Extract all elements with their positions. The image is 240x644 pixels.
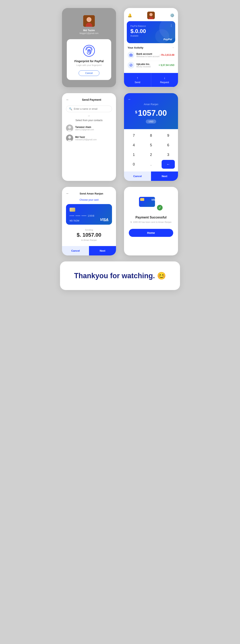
success-description: $. 1000.00 has been sent to Aman Ranjan [130, 221, 172, 223]
uplabs-desc: Money received [136, 66, 159, 68]
choose-back-button[interactable]: ← [66, 192, 69, 195]
keypad-row-1: 7 8 9 [127, 131, 175, 140]
thankyou-section: Thankyou for watching. 😊 [60, 262, 180, 290]
success-title: Payment Successful [135, 216, 167, 219]
fingerprint-title: Fingerprint for PayPal [74, 60, 104, 63]
fingerprint-subtitle: Login with your fingerprint [76, 64, 102, 66]
thankyou-text: Thankyou for watching. 😊 [68, 272, 172, 280]
visa-logo: VISA [100, 218, 108, 222]
payment-success-screen: VISA ✓ Payment Successful $. 1000.00 has… [124, 187, 178, 256]
balance-card: ⋮ PayPal Balance $.0.00 Available PayPal [127, 21, 175, 43]
key-1[interactable]: 1 [127, 150, 140, 159]
visa-card: •••• •••• •••• 1998 MD-TAZIM 14/19 VISA [66, 204, 112, 225]
uplabs-activity-info: UpLabs Inc. Money received [136, 63, 159, 68]
svg-rect-10 [131, 55, 132, 56]
contact-email-2: mdvasir120@gmail.com [75, 138, 97, 141]
svg-point-16 [68, 136, 71, 139]
contact-item-1[interactable]: Tanweer Alam alam123@gmail.com [66, 124, 112, 132]
key-5[interactable]: 5 [144, 141, 158, 150]
fingerprint-dialog: Fingerprint for PayPal Login with your f… [67, 39, 111, 80]
send-button[interactable]: ↑ Send [124, 73, 151, 87]
contact-email-1: alam123@gmail.com [75, 128, 94, 131]
paypal-balance-screen: 🔔 ⚙️ ⋮ PayPal Balance $.0.00 Available P… [124, 8, 178, 87]
activity-item: Bank account Withdraw to bank account - … [128, 52, 174, 58]
contact-info-1: Tanweer Alam alam123@gmail.com [75, 126, 94, 131]
choose-card-label: Choose your card [66, 198, 112, 201]
fingerprint-cancel-button[interactable]: Cancel [79, 70, 99, 76]
key-8[interactable]: 8 [144, 131, 158, 140]
key-9[interactable]: 9 [162, 131, 175, 140]
search-icon: 🔍 [69, 107, 72, 110]
key-dot[interactable]: . [144, 160, 158, 169]
amount-entry-screen: ← Aman Ranjan $ 1057.00 USD 7 8 9 4 5 6 [124, 93, 178, 181]
svg-point-13 [68, 126, 71, 129]
sending-amount: $. 1057.00 [66, 232, 112, 238]
amount-cancel-button[interactable]: Cancel [124, 172, 151, 181]
activity-title: Your Activity [128, 46, 143, 49]
paypal-header: 🔔 ⚙️ [124, 8, 178, 21]
amount-recipient: Aman Ranjan [128, 103, 174, 106]
key-6[interactable]: 6 [162, 141, 175, 150]
paypal-footer: ↑ Send ↓ Request [124, 73, 178, 87]
row-2: ← Send Payment 🔍 or Select from your con… [10, 93, 230, 181]
or-divider: or [66, 114, 112, 117]
success-card-chip [140, 198, 144, 201]
svg-point-3 [87, 18, 91, 22]
request-icon: ↓ [164, 76, 165, 80]
choose-card-screen: ← Send Aman Ranjan Choose your card ••••… [62, 187, 116, 256]
fingerprint-screen: Md Tazim blogger1@gmail.com Fingerprint … [62, 8, 116, 87]
key-7[interactable]: 7 [127, 131, 140, 140]
activity-arrow[interactable]: → [172, 46, 174, 49]
send-payment-screen: ← Send Payment 🔍 or Select from your con… [62, 93, 116, 181]
contact-info-2: Md Yasir mdvasir120@gmail.com [75, 136, 97, 141]
contact-item-2[interactable]: Md Yasir mdvasir120@gmail.com [66, 134, 112, 142]
card-holder: MD-TAZIM [70, 220, 79, 222]
choose-next-button[interactable]: Next [89, 246, 116, 256]
activity-header: Your Activity → [128, 46, 174, 49]
fingerprint-icon [83, 45, 95, 57]
send-icon: ↑ [137, 76, 138, 80]
card-chip [70, 208, 75, 212]
row-3: ← Send Aman Ranjan Choose your card ••••… [10, 187, 230, 256]
thankyou-emoji: 😊 [157, 272, 166, 280]
key-4[interactable]: 4 [127, 141, 140, 150]
choose-header: ← Send Aman Ranjan [66, 192, 112, 195]
search-field[interactable]: 🔍 [66, 106, 112, 112]
send-label: Send [135, 81, 140, 84]
request-button[interactable]: ↓ Request [151, 73, 178, 87]
success-check-icon: ✓ [157, 204, 163, 211]
header-avatar [147, 12, 155, 19]
currency-badge[interactable]: USD [146, 120, 156, 124]
search-input[interactable] [74, 108, 109, 110]
choose-title: Send Aman Ranjan [71, 192, 112, 195]
key-2[interactable]: 2 [144, 150, 158, 159]
bank-amount: - Rs.3,613.68 [160, 54, 174, 56]
activity-section: Your Activity → Bank account Withdraw to… [124, 43, 178, 71]
contact-avatar-2 [66, 134, 73, 142]
sending-to: to Aman Ranjan [66, 239, 112, 241]
home-button[interactable]: Home [129, 229, 173, 237]
user-avatar [83, 15, 95, 27]
user-email: blogger1@gmail.com [80, 32, 99, 34]
contact-name-2: Md Yasir [75, 136, 97, 138]
gear-icon[interactable]: ⚙️ [170, 13, 174, 18]
amount-top-section: ← Aman Ranjan $ 1057.00 USD [124, 93, 178, 129]
svg-point-11 [130, 64, 132, 66]
user-name: Md Tazim [83, 29, 95, 32]
bell-icon[interactable]: 🔔 [128, 13, 132, 18]
send-back-button[interactable]: ← [66, 98, 69, 102]
key-0[interactable]: 0 [127, 160, 140, 169]
contact-avatar-1 [66, 124, 73, 132]
card-number: •••• •••• •••• 1998 [70, 214, 108, 217]
choose-cancel-button[interactable]: Cancel [62, 246, 89, 256]
amount-back-button[interactable]: ← [128, 98, 131, 101]
key-3[interactable]: 3 [162, 150, 175, 159]
amount-next-button[interactable]: Next [151, 172, 178, 181]
keypad-row-4: 0 . ← [127, 160, 175, 169]
success-visa-logo: VISA [151, 198, 157, 201]
send-payment-header: ← Send Payment [66, 98, 112, 102]
amount-footer: Cancel Next [124, 172, 178, 181]
bank-desc: Withdraw to bank account [136, 55, 160, 58]
balance-options-button[interactable]: ⋮ [170, 24, 173, 28]
key-backspace[interactable]: ← [162, 160, 175, 169]
